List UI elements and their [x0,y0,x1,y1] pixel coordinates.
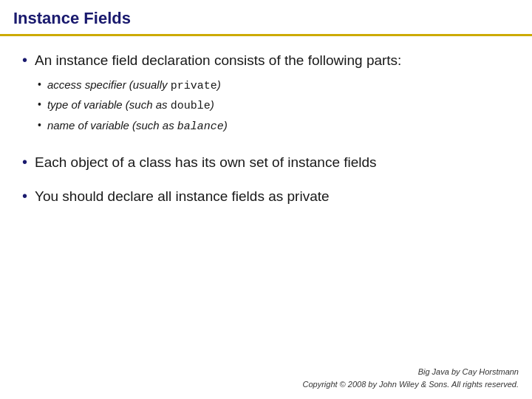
sub-text-1-3-prefix: name of variable (such as [47,119,177,132]
footer-line2: Copyright © 2008 by John Wiley & Sons. A… [302,378,519,391]
bullet-1-text: An instance field declaration consists o… [35,52,401,68]
slide-content: • An instance field declaration consists… [0,36,532,207]
bullet-3: • You should declare all instance fields… [22,187,510,207]
sub-bullet-1-1: • access specifier (usually private) [38,77,401,95]
bullet-2-dot: • [22,154,27,171]
bullet-2-text: Each object of a class has its own set o… [35,153,377,173]
sub-text-1-2-prefix: type of variable (such as [47,98,171,111]
sub-text-1-2: type of variable (such as double) [47,97,214,115]
sub-text-1-3-suffix: ) [224,119,228,132]
sub-text-1-2-code: double [171,100,211,112]
bullet-3-dot: • [22,188,27,205]
sub-text-1-1: access specifier (usually private) [47,77,221,95]
footer-line1: Big Java by Cay Horstmann [302,366,519,378]
sub-bullets-1: • access specifier (usually private) • t… [38,77,401,135]
slide-title: Instance Fields [13,9,131,27]
bullet-3-text: You should declare all instance fields a… [35,187,330,207]
slide-header: Instance Fields [0,0,532,36]
sub-text-1-1-prefix: access specifier (usually [47,78,171,91]
bullet-1-body: An instance field declaration consists o… [35,51,401,138]
sub-dot-1-3: • [38,119,41,131]
sub-text-1-1-code: private [171,80,217,92]
sub-bullet-1-3: • name of variable (such as balance) [38,117,401,135]
sub-text-1-3-code: balance [177,120,224,133]
bullet-1-dot: • [22,52,27,69]
sub-dot-1-2: • [38,98,41,110]
sub-text-1-2-suffix: ) [211,98,214,111]
sub-dot-1-1: • [38,78,41,90]
sub-text-1-3: name of variable (such as balance) [47,117,228,135]
sub-text-1-1-suffix: ) [217,78,221,91]
slide: Instance Fields • An instance field decl… [0,0,532,399]
bullet-2: • Each object of a class has its own set… [22,153,510,173]
slide-footer: Big Java by Cay Horstmann Copyright © 20… [302,366,519,390]
bullet-1: • An instance field declaration consists… [22,51,510,138]
sub-bullet-1-2: • type of variable (such as double) [38,97,401,115]
